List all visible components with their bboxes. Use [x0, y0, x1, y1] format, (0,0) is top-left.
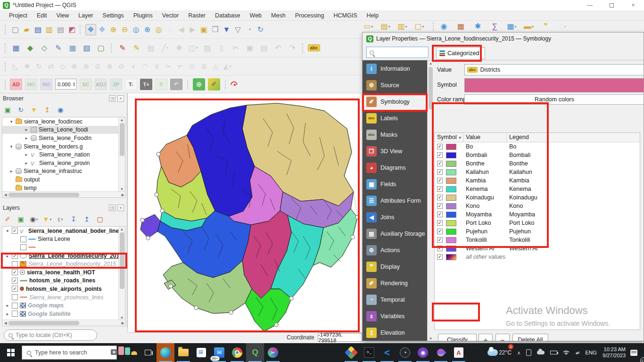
layer-checkbox[interactable] [20, 244, 26, 250]
select-by-form-button[interactable]: ▤▾ [380, 21, 391, 32]
layer-row[interactable]: Sierra Leone [2, 235, 125, 244]
category-checkbox[interactable]: ✓ [437, 229, 443, 234]
close-panel-icon[interactable]: × [117, 205, 124, 211]
dialog-tab-3d-view[interactable]: ❒3D View [363, 143, 427, 159]
category-symbol-swatch[interactable] [446, 212, 456, 218]
new-virtual-layer-button[interactable]: ▧ [81, 42, 93, 54]
remove-category-button[interactable]: − [495, 334, 510, 341]
new-mesh-layer-button[interactable]: ▦ [66, 42, 79, 54]
refresh-browser-button[interactable]: ↻ [16, 105, 25, 115]
dialog-tab-labels[interactable]: abcLabels [363, 110, 427, 126]
identify-features-button[interactable]: ◉ [438, 21, 449, 32]
taskbar-snipping[interactable]: ✂ [264, 343, 282, 362]
taskbar-chrome[interactable] [228, 343, 246, 362]
layer-row[interactable]: Sierra_Leone_foodinsecurity_2015 [2, 260, 125, 268]
expander-icon[interactable]: ▸ [24, 127, 29, 132]
delete-all-button[interactable]: Delete All [512, 334, 548, 341]
filter-legend-button[interactable]: ▼▾ [42, 214, 52, 224]
taskbar-github[interactable]: ◉ [414, 343, 432, 362]
filter-by-expression-button[interactable]: ε▾ [56, 214, 65, 224]
category-checkbox[interactable]: ✓ [437, 246, 443, 251]
rotation-lock-button[interactable]: RO [40, 79, 52, 90]
vertex-editor-button[interactable]: ◭▾ [222, 61, 233, 72]
taskbar-paint-app[interactable] [432, 343, 450, 362]
layers-hscrollbar[interactable]: ◀▶ [2, 320, 125, 326]
statistical-summary-button[interactable]: ▦ [455, 21, 466, 32]
layer-checkbox[interactable] [12, 311, 18, 317]
open-layer-styling-button[interactable]: ✐ [3, 214, 12, 224]
layer-checkbox[interactable] [20, 236, 26, 242]
tray-tablet[interactable] [523, 343, 534, 362]
snap-common-angles-button[interactable]: SC [80, 79, 92, 90]
toggle-editing-button[interactable]: ✎ [131, 42, 143, 54]
layer-checkbox[interactable]: ✓ [12, 228, 18, 234]
filter-browser-button[interactable]: ▼ [29, 105, 39, 115]
category-checkbox[interactable]: ✓ [437, 195, 443, 200]
layer-row[interactable]: ▸Google maps [2, 301, 125, 310]
remove-layer-button[interactable]: ▢ [95, 214, 105, 224]
browser-item[interactable]: output [2, 175, 125, 184]
bigger-text-button[interactable]: T+ [140, 79, 152, 90]
undo-button[interactable]: ↶ [272, 42, 284, 54]
layer-labeling-button[interactable]: abc [308, 42, 320, 54]
category-checkbox[interactable]: ✓ [437, 161, 443, 166]
close-button[interactable]: × [622, 0, 644, 10]
taskbar-file-explorer[interactable] [174, 343, 192, 362]
cut-features-button[interactable]: ✂ [230, 42, 242, 54]
add-selected-layers-button[interactable]: ▣ [3, 105, 12, 115]
category-row[interactable]: ✓KoinaduguKoinadugu [435, 193, 640, 202]
zoom-full-button[interactable]: ◎ [131, 24, 141, 35]
task-view-button[interactable] [140, 343, 157, 362]
simplify-feature-button[interactable]: ⇄ [45, 61, 56, 72]
layer-row[interactable] [2, 243, 125, 252]
layer-checkbox[interactable] [12, 303, 18, 309]
fill-ring-button[interactable]: ⊛ [81, 61, 91, 72]
new-3d-map-view-button[interactable]: ❒ [210, 24, 221, 35]
dialog-sidebar-scrollbar[interactable]: ▲ ▼ [427, 60, 434, 341]
new-geopackage-layer-button[interactable]: ◆ [24, 42, 36, 54]
layer-checkbox[interactable] [12, 294, 18, 300]
layer-row[interactable]: ✓hotosm_sle_airports_points [2, 285, 125, 293]
vertex-tool-button[interactable]: ◫▾ [187, 42, 199, 54]
category-checkbox[interactable]: ✓ [437, 169, 443, 175]
processing-menu[interactable]: Processing [291, 11, 329, 20]
new-spatialite-layer-button[interactable]: ✎ [52, 42, 65, 54]
taskbar-pinwheel-app[interactable] [342, 343, 360, 362]
category-symbol-swatch[interactable] [446, 169, 456, 175]
add-category-button[interactable]: + [479, 334, 493, 341]
trim-extend-button[interactable]: ◬ [210, 61, 221, 72]
layer-row[interactable]: ▾✓Sierra_leone_national_boder_lines [2, 227, 125, 235]
layer-checkbox[interactable]: ✓ [12, 253, 18, 259]
taskbar-store[interactable] [192, 343, 210, 362]
zoom-in-button[interactable]: ⊕ [108, 24, 119, 35]
tray-expand-button[interactable]: ∧ [514, 343, 523, 362]
layer-row[interactable]: ▸Google Satellite [2, 310, 125, 318]
category-symbol-swatch[interactable] [446, 178, 456, 184]
tray-battery[interactable] [547, 343, 560, 362]
minimize-button[interactable]: — [579, 0, 601, 10]
category-symbol-swatch[interactable] [446, 186, 456, 192]
current-edits-button[interactable]: ✎ [116, 42, 129, 54]
category-symbol-swatch[interactable] [446, 144, 456, 150]
dialog-tab-joins[interactable]: ◀Joins [363, 209, 427, 225]
category-checkbox[interactable]: ✓ [437, 254, 443, 260]
web-menu[interactable]: Web [246, 11, 266, 20]
raster-menu[interactable]: Raster [184, 11, 210, 20]
rotate-feature-button[interactable]: ↻ [33, 61, 44, 72]
hcmgis-menu[interactable]: HCMGIS [329, 11, 361, 20]
merge-feature-attributes-button[interactable]: ✃ [175, 61, 186, 72]
dialog-tab-elevation[interactable]: ↥Elevation [363, 324, 427, 341]
measure-line-button[interactable]: ▬▾ [523, 21, 534, 32]
manage-map-themes-button[interactable]: ◉▾ [29, 214, 39, 224]
browser-item[interactable]: ▾Sierra_leone_borders.g [2, 142, 125, 151]
coordinate-value[interactable]: -1497236, 799518 [318, 333, 362, 342]
color-ramp-button[interactable]: Random colors [464, 94, 644, 105]
expander-icon[interactable]: ▸ [9, 169, 14, 173]
merge-features-button[interactable]: ✁ [163, 61, 174, 72]
dialog-tab-auxiliary-storage[interactable]: ▤Auxiliary Storage [363, 225, 427, 242]
enable-advanced-digitizing-button[interactable]: ◺ [10, 61, 21, 72]
advanced-digitizing-panel-button[interactable]: AD [10, 79, 22, 90]
zoom-native-button[interactable]: ◌ [165, 24, 175, 35]
browser-item[interactable]: ▸Sierra_Leone_foodi [2, 126, 125, 134]
processing-zoom-button[interactable]: ⊕ [193, 78, 205, 90]
